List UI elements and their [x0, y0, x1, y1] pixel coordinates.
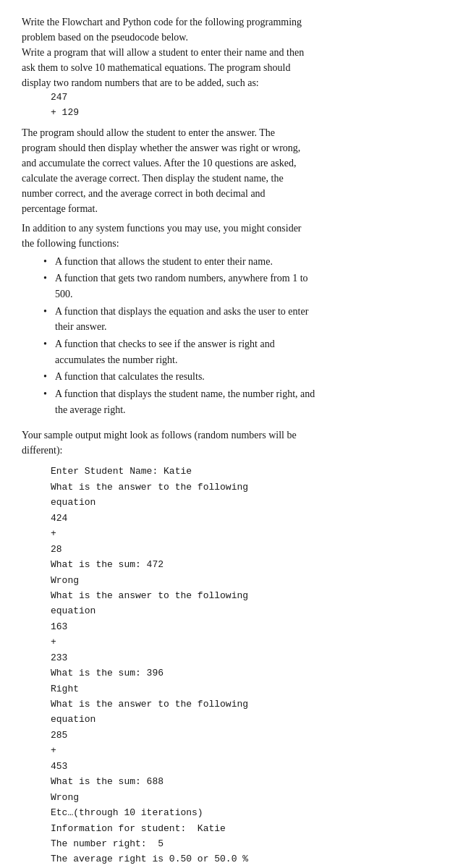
sample-line-21: 453: [51, 759, 449, 774]
bullet-item-0: A function that allows the student to en…: [43, 254, 449, 270]
bullet-item-1: A function that gets two random numbers,…: [43, 271, 449, 302]
sample-line-7: Wrong: [51, 573, 449, 588]
intro-line3: Write a program that will allow a studen…: [22, 47, 304, 58]
sample-line-28: The number right: 5: [51, 836, 449, 851]
sample-line-22: What is the sum: 688: [51, 774, 449, 789]
intro-line5: display two random numbers that are to b…: [22, 77, 259, 88]
sample-line-6: What is the sum: 472: [51, 557, 449, 572]
sample-line-3: 424: [51, 511, 449, 526]
body-line1: The program should allow the student to …: [22, 127, 275, 138]
document-body: Write the Flowchart and Python code for …: [22, 14, 449, 867]
bullet-item-3: A function that checks to see if the ans…: [43, 336, 449, 367]
functions-list: A function that allows the student to en…: [43, 254, 449, 418]
body-line5: number correct, and the average correct …: [22, 188, 266, 199]
sample-line-11: 163: [51, 619, 449, 634]
body-line4: calculate the average correct. Then disp…: [22, 173, 284, 184]
sample-line-27: Information for student: Katie: [51, 821, 449, 836]
sample-line-19: 285: [51, 728, 449, 743]
sample-line-4: +: [51, 526, 449, 541]
code-op: + 129: [51, 106, 449, 121]
sample-output-intro: Your sample output might look as follows…: [22, 427, 449, 458]
sample-line-23: Wrong: [51, 790, 449, 805]
sample-intro-line1: Your sample output might look as follows…: [22, 430, 297, 441]
sample-intro-line2: different):: [22, 445, 63, 456]
body-paragraph-1: The program should allow the student to …: [22, 125, 449, 216]
sample-line-20: +: [51, 743, 449, 758]
body-line3: and accumulate the correct values. After…: [22, 158, 296, 169]
code-num1: 247: [51, 90, 449, 106]
sample-output-block: Enter Student Name: KatieWhat is the ans…: [22, 464, 449, 867]
body-line7: In addition to any system functions you …: [22, 223, 302, 234]
bullet-item-5: A function that displays the student nam…: [43, 386, 449, 417]
bullet-item-4: A function that calculates the results.: [43, 369, 449, 385]
sample-line-10: equation: [51, 603, 449, 618]
intro-line2: problem based on the pseudocode below.: [22, 32, 188, 43]
sample-line-12: +: [51, 634, 449, 650]
intro-paragraph: Write the Flowchart and Python code for …: [22, 14, 449, 90]
sample-line-29: The average right is 0.50 or 50.0 %: [51, 851, 449, 867]
sample-line-25: Etc…(through 10 iterations): [51, 805, 449, 820]
intro-line1: Write the Flowchart and Python code for …: [22, 17, 302, 27]
sample-line-14: What is the sum: 396: [51, 665, 449, 681]
sample-line-18: equation: [51, 712, 449, 727]
sample-line-5: 28: [51, 542, 449, 557]
sample-line-2: equation: [51, 495, 449, 510]
body-paragraph-2: In addition to any system functions you …: [22, 221, 449, 251]
body-line6: percentage format.: [22, 203, 98, 214]
intro-line4: ask them to solve 10 mathematical equati…: [22, 62, 290, 73]
sample-line-1: What is the answer to the following: [51, 480, 449, 495]
sample-line-9: What is the answer to the following: [51, 588, 449, 603]
sample-line-0: Enter Student Name: Katie: [51, 464, 449, 479]
code-example: 247 + 129: [51, 90, 449, 121]
bullet-item-2: A function that displays the equation an…: [43, 304, 449, 335]
sample-line-13: 233: [51, 650, 449, 665]
body-line8: the following functions:: [22, 238, 119, 249]
sample-line-15: Right: [51, 681, 449, 697]
body-line2: program should then display whether the …: [22, 142, 300, 153]
sample-line-17: What is the answer to the following: [51, 697, 449, 712]
